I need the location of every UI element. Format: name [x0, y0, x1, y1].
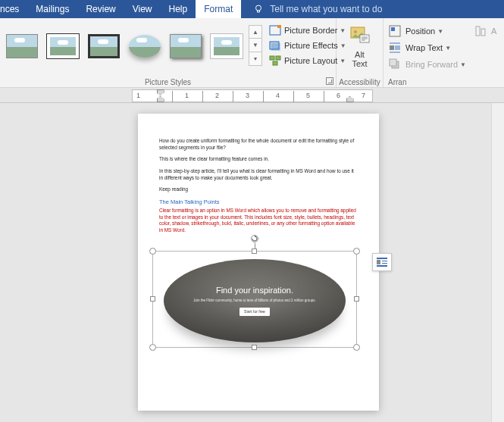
gallery-more-button[interactable]: ▾	[249, 52, 262, 66]
alt-text-icon	[348, 23, 372, 47]
chevron-down-icon: ▼	[460, 61, 466, 68]
position-label: Position	[405, 27, 435, 36]
svg-rect-12	[391, 27, 395, 31]
red-paragraph: Clear formatting is an option in MS Word…	[159, 208, 358, 234]
position-menu[interactable]: Position ▼	[388, 23, 466, 39]
picture-subtitle: Join the Flickr community, home to tens …	[193, 299, 316, 303]
svg-rect-7	[273, 61, 277, 65]
resize-handle-e[interactable]	[354, 296, 359, 302]
style-thumb-thick[interactable]	[44, 24, 82, 68]
svg-rect-5	[270, 56, 274, 60]
picture-button: Start for free	[239, 308, 270, 316]
group-label-arrange: Arran	[388, 78, 406, 86]
picture-effects-menu[interactable]: Picture Effects ▼	[267, 38, 348, 53]
style-thumb-oval[interactable]	[126, 24, 164, 68]
heading: The Main Talking Points	[159, 198, 358, 206]
bring-forward-icon	[388, 58, 402, 70]
horizontal-ruler[interactable]: 1 1 2 3 4 5 6 7	[0, 88, 504, 103]
group-label-accessibility: Accessibility	[337, 78, 383, 86]
picture-effects-icon	[268, 39, 282, 52]
resize-handle-sw[interactable]	[149, 344, 156, 351]
style-thumb-plain[interactable]	[3, 24, 41, 68]
picture-border-label: Picture Border	[284, 26, 337, 35]
right-indent[interactable]	[346, 96, 354, 102]
svg-rect-4	[271, 43, 280, 51]
vertical-scrollbar[interactable]	[491, 103, 504, 422]
paragraph: Keep reading	[159, 186, 358, 193]
style-thumb-frame[interactable]	[85, 24, 123, 68]
tab-help[interactable]: Help	[161, 0, 196, 18]
rotate-handle[interactable]	[251, 235, 258, 242]
tab-view[interactable]: View	[124, 0, 161, 18]
layout-options-button[interactable]	[372, 253, 392, 271]
picture-selection-box[interactable]: Find your inspiration. Join the Flickr c…	[152, 251, 357, 348]
first-line-indent[interactable]	[157, 89, 164, 95]
picture-layout-label: Picture Layout	[284, 56, 337, 65]
document-page[interactable]: How do you create uniform formatting for…	[138, 114, 379, 411]
svg-point-9	[354, 30, 357, 33]
style-thumb-shadow[interactable]	[167, 24, 205, 68]
tab-mailings[interactable]: Mailings	[27, 0, 77, 18]
gallery-row-up[interactable]: ▲	[249, 25, 262, 39]
picture-layout-icon	[268, 55, 282, 67]
svg-rect-2	[277, 25, 281, 28]
picture-border-icon	[268, 24, 282, 36]
bring-forward-menu[interactable]: Bring Forward ▼	[388, 56, 466, 73]
paragraph: This is where the clear formatting featu…	[159, 156, 358, 163]
chevron-down-icon: ▼	[437, 28, 443, 35]
tab-review[interactable]: Review	[77, 0, 124, 18]
resize-handle-ne[interactable]	[353, 248, 360, 255]
style-thumb-thickgray[interactable]	[208, 24, 246, 68]
group-label-styles: Picture Styles	[0, 78, 336, 86]
resize-handle-w[interactable]	[150, 296, 155, 302]
svg-point-0	[256, 5, 261, 11]
hanging-indent[interactable]	[157, 96, 164, 102]
paragraph: In this step-by-step article, I'll tell …	[159, 168, 358, 181]
gallery-row-down[interactable]: ▼	[249, 39, 262, 52]
svg-rect-6	[276, 56, 280, 60]
chevron-down-icon: ▼	[445, 45, 451, 52]
wrap-text-label: Wrap Text	[405, 43, 443, 52]
picture-effects-label: Picture Effects	[284, 41, 338, 50]
resize-handle-n[interactable]	[252, 249, 257, 254]
tab-references[interactable]: nces	[0, 0, 27, 18]
svg-rect-17	[481, 29, 485, 36]
paragraph: How do you create uniform formatting for…	[159, 138, 358, 151]
lightbulb-icon	[253, 0, 264, 18]
bring-forward-label: Bring Forward	[405, 60, 458, 69]
resize-handle-nw[interactable]	[149, 248, 156, 255]
picture-styles-gallery[interactable]: ▲ ▼ ▾	[0, 18, 264, 73]
dialog-launcher-styles[interactable]	[326, 77, 333, 85]
tab-format[interactable]: Format	[196, 0, 241, 18]
alt-text-button[interactable]: Alt Text	[343, 18, 377, 70]
align-label: A	[491, 27, 496, 36]
resize-handle-se[interactable]	[353, 344, 360, 351]
picture-title: Find your inspiration.	[216, 285, 293, 296]
svg-rect-13	[390, 45, 394, 50]
tell-me-search[interactable]: Tell me what you want to do	[270, 0, 382, 18]
svg-rect-15	[390, 59, 396, 66]
picture-border-menu[interactable]: Picture Border ▼	[267, 23, 348, 38]
align-menu[interactable]: A	[474, 23, 496, 39]
wrap-text-icon	[388, 42, 402, 54]
layout-options-icon	[377, 258, 387, 267]
position-icon	[388, 25, 402, 37]
svg-rect-16	[476, 27, 480, 36]
alt-text-label: Alt Text	[352, 50, 367, 68]
picture-layout-menu[interactable]: Picture Layout ▼	[267, 53, 348, 68]
align-icon	[474, 25, 487, 37]
resize-handle-s[interactable]	[252, 345, 257, 350]
wrap-text-menu[interactable]: Wrap Text ▼	[388, 39, 466, 56]
inserted-picture[interactable]: Find your inspiration. Join the Flickr c…	[164, 259, 346, 342]
